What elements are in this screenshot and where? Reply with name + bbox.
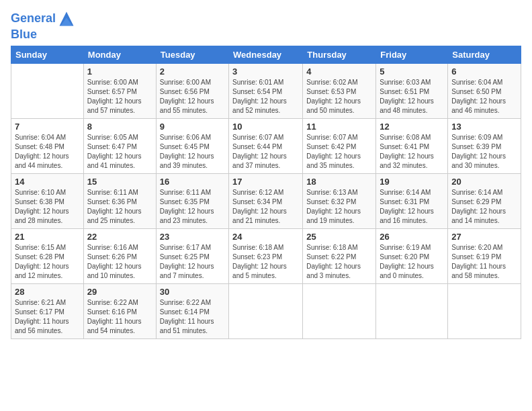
- day-number: 12: [380, 122, 444, 132]
- day-info: Sunrise: 6:01 AM Sunset: 6:54 PM Dayligh…: [232, 78, 299, 116]
- day-info: Sunrise: 6:14 AM Sunset: 6:29 PM Dayligh…: [451, 188, 517, 226]
- cell-4-5: [376, 283, 448, 338]
- cell-1-6: 13Sunrise: 6:09 AM Sunset: 6:39 PM Dayli…: [448, 118, 521, 173]
- day-number: 28: [15, 287, 80, 297]
- day-info: Sunrise: 6:07 AM Sunset: 6:42 PM Dayligh…: [306, 133, 372, 171]
- day-info: Sunrise: 6:08 AM Sunset: 6:41 PM Dayligh…: [380, 133, 444, 171]
- day-info: Sunrise: 6:09 AM Sunset: 6:39 PM Dayligh…: [451, 133, 517, 171]
- day-number: 16: [160, 177, 225, 187]
- header-row: SundayMondayTuesdayWednesdayThursdayFrid…: [11, 46, 521, 63]
- week-row-2: 14Sunrise: 6:10 AM Sunset: 6:38 PM Dayli…: [11, 173, 521, 228]
- cell-2-3: 17Sunrise: 6:12 AM Sunset: 6:34 PM Dayli…: [229, 173, 303, 228]
- day-number: 7: [15, 122, 80, 132]
- cell-3-4: 25Sunrise: 6:18 AM Sunset: 6:22 PM Dayli…: [303, 228, 376, 283]
- day-info: Sunrise: 6:06 AM Sunset: 6:45 PM Dayligh…: [160, 133, 225, 171]
- day-info: Sunrise: 6:04 AM Sunset: 6:48 PM Dayligh…: [15, 133, 80, 171]
- page: General Blue SundayMondayTuesdayWednesda…: [0, 0, 532, 346]
- header-monday: Monday: [83, 46, 156, 63]
- day-info: Sunrise: 6:00 AM Sunset: 6:57 PM Dayligh…: [87, 78, 152, 116]
- header: General Blue: [11, 7, 521, 42]
- day-number: 26: [380, 232, 444, 242]
- day-info: Sunrise: 6:10 AM Sunset: 6:38 PM Dayligh…: [15, 188, 80, 226]
- day-number: 5: [380, 66, 444, 77]
- day-number: 18: [306, 177, 372, 187]
- day-number: 6: [451, 66, 517, 77]
- day-info: Sunrise: 6:21 AM Sunset: 6:17 PM Dayligh…: [15, 298, 80, 336]
- logo: General Blue: [11, 9, 76, 42]
- day-number: 1: [87, 66, 152, 77]
- cell-4-6: [448, 283, 521, 338]
- header-sunday: Sunday: [11, 46, 84, 63]
- cell-1-1: 8Sunrise: 6:05 AM Sunset: 6:47 PM Daylig…: [83, 118, 156, 173]
- cell-4-0: 28Sunrise: 6:21 AM Sunset: 6:17 PM Dayli…: [11, 283, 84, 338]
- day-number: 25: [306, 232, 372, 242]
- day-number: 15: [87, 177, 152, 187]
- cell-1-5: 12Sunrise: 6:08 AM Sunset: 6:41 PM Dayli…: [376, 118, 448, 173]
- header-saturday: Saturday: [448, 46, 521, 63]
- day-info: Sunrise: 6:11 AM Sunset: 6:36 PM Dayligh…: [87, 188, 152, 226]
- cell-2-2: 16Sunrise: 6:11 AM Sunset: 6:35 PM Dayli…: [156, 173, 228, 228]
- day-number: 21: [15, 232, 80, 242]
- day-info: Sunrise: 6:13 AM Sunset: 6:32 PM Dayligh…: [306, 188, 372, 226]
- day-number: 24: [232, 232, 299, 242]
- day-info: Sunrise: 6:18 AM Sunset: 6:23 PM Dayligh…: [232, 243, 299, 281]
- day-info: Sunrise: 6:18 AM Sunset: 6:22 PM Dayligh…: [306, 243, 372, 281]
- day-info: Sunrise: 6:22 AM Sunset: 6:16 PM Dayligh…: [87, 298, 152, 336]
- day-info: Sunrise: 6:14 AM Sunset: 6:31 PM Dayligh…: [380, 188, 444, 226]
- week-row-3: 21Sunrise: 6:15 AM Sunset: 6:28 PM Dayli…: [11, 228, 521, 283]
- day-number: 20: [451, 177, 517, 187]
- calendar-table: SundayMondayTuesdayWednesdayThursdayFrid…: [11, 46, 521, 339]
- cell-3-0: 21Sunrise: 6:15 AM Sunset: 6:28 PM Dayli…: [11, 228, 84, 283]
- cell-3-5: 26Sunrise: 6:19 AM Sunset: 6:20 PM Dayli…: [376, 228, 448, 283]
- day-number: 10: [232, 122, 299, 132]
- cell-2-4: 18Sunrise: 6:13 AM Sunset: 6:32 PM Dayli…: [303, 173, 376, 228]
- day-number: 27: [451, 232, 517, 242]
- cell-4-2: 30Sunrise: 6:22 AM Sunset: 6:14 PM Dayli…: [156, 283, 228, 338]
- day-number: 23: [160, 232, 225, 242]
- cell-1-4: 11Sunrise: 6:07 AM Sunset: 6:42 PM Dayli…: [303, 118, 376, 173]
- day-number: 29: [87, 287, 152, 297]
- cell-0-1: 1Sunrise: 6:00 AM Sunset: 6:57 PM Daylig…: [83, 63, 156, 118]
- day-number: 22: [87, 232, 152, 242]
- day-number: 8: [87, 122, 152, 132]
- day-info: Sunrise: 6:19 AM Sunset: 6:20 PM Dayligh…: [380, 243, 444, 281]
- day-info: Sunrise: 6:11 AM Sunset: 6:35 PM Dayligh…: [160, 188, 225, 226]
- day-number: 17: [232, 177, 299, 187]
- cell-1-2: 9Sunrise: 6:06 AM Sunset: 6:45 PM Daylig…: [156, 118, 228, 173]
- cell-3-1: 22Sunrise: 6:16 AM Sunset: 6:26 PM Dayli…: [83, 228, 156, 283]
- cell-0-6: 6Sunrise: 6:04 AM Sunset: 6:50 PM Daylig…: [448, 63, 521, 118]
- cell-3-3: 24Sunrise: 6:18 AM Sunset: 6:23 PM Dayli…: [229, 228, 303, 283]
- logo-text-line1: General: [11, 12, 56, 26]
- cell-4-1: 29Sunrise: 6:22 AM Sunset: 6:16 PM Dayli…: [83, 283, 156, 338]
- week-row-1: 7Sunrise: 6:04 AM Sunset: 6:48 PM Daylig…: [11, 118, 521, 173]
- day-number: 30: [160, 287, 225, 297]
- day-number: 11: [306, 122, 372, 132]
- day-info: Sunrise: 6:12 AM Sunset: 6:34 PM Dayligh…: [232, 188, 299, 226]
- header-wednesday: Wednesday: [229, 46, 303, 63]
- day-number: 19: [380, 177, 444, 187]
- day-number: 2: [160, 66, 225, 77]
- cell-2-1: 15Sunrise: 6:11 AM Sunset: 6:36 PM Dayli…: [83, 173, 156, 228]
- day-info: Sunrise: 6:05 AM Sunset: 6:47 PM Dayligh…: [87, 133, 152, 171]
- day-number: 14: [15, 177, 80, 187]
- cell-4-4: [303, 283, 376, 338]
- day-info: Sunrise: 6:00 AM Sunset: 6:56 PM Dayligh…: [160, 78, 225, 116]
- logo-icon: [57, 9, 76, 28]
- cell-3-2: 23Sunrise: 6:17 AM Sunset: 6:25 PM Dayli…: [156, 228, 228, 283]
- cell-2-5: 19Sunrise: 6:14 AM Sunset: 6:31 PM Dayli…: [376, 173, 448, 228]
- day-info: Sunrise: 6:02 AM Sunset: 6:53 PM Dayligh…: [306, 78, 372, 116]
- logo-text-line2: Blue: [11, 28, 76, 42]
- week-row-0: 1Sunrise: 6:00 AM Sunset: 6:57 PM Daylig…: [11, 63, 521, 118]
- day-number: 13: [451, 122, 517, 132]
- cell-4-3: [229, 283, 303, 338]
- week-row-4: 28Sunrise: 6:21 AM Sunset: 6:17 PM Dayli…: [11, 283, 521, 338]
- day-number: 4: [306, 66, 372, 77]
- day-number: 3: [232, 66, 299, 77]
- cell-0-2: 2Sunrise: 6:00 AM Sunset: 6:56 PM Daylig…: [156, 63, 228, 118]
- day-info: Sunrise: 6:20 AM Sunset: 6:19 PM Dayligh…: [451, 243, 517, 281]
- cell-1-0: 7Sunrise: 6:04 AM Sunset: 6:48 PM Daylig…: [11, 118, 84, 173]
- cell-3-6: 27Sunrise: 6:20 AM Sunset: 6:19 PM Dayli…: [448, 228, 521, 283]
- cell-0-3: 3Sunrise: 6:01 AM Sunset: 6:54 PM Daylig…: [229, 63, 303, 118]
- header-friday: Friday: [376, 46, 448, 63]
- day-info: Sunrise: 6:07 AM Sunset: 6:44 PM Dayligh…: [232, 133, 299, 171]
